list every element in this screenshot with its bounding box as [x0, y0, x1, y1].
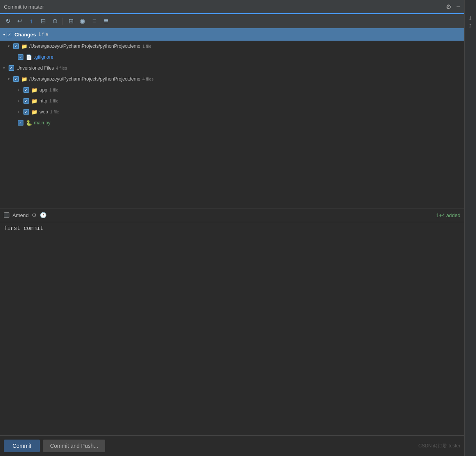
amend-settings-icon[interactable]: ⚙	[32, 212, 37, 218]
changes-path-chevron-icon: ▾	[8, 44, 12, 48]
changes-path-checkbox[interactable]	[13, 43, 19, 49]
http-folder-icon: 📁	[31, 98, 38, 104]
web-label: web	[39, 109, 48, 115]
changes-chevron-icon: ▾	[3, 32, 5, 37]
unversioned-header[interactable]: ▾ Unversioned Files 4 files	[0, 63, 464, 74]
mainpy-row[interactable]: 🐍 main.py	[0, 117, 464, 128]
commit-button[interactable]: Commit	[4, 440, 40, 452]
unversioned-label: Unversioned Files	[16, 65, 54, 71]
web-chevron-icon: ›	[18, 110, 22, 114]
mainpy-label: main.py	[34, 120, 50, 126]
amend-bar: Amend ⚙ 🕐 1+4 added	[0, 208, 464, 222]
gutter-line-1: 1	[469, 14, 471, 22]
gitignore-row[interactable]: 📄 .gitignore	[0, 52, 464, 63]
window-title: Commit to master	[4, 4, 44, 10]
app-chevron-icon: ›	[18, 88, 22, 92]
amend-label: Amend	[13, 212, 29, 218]
bottom-buttons: Commit Commit and Push...	[4, 440, 105, 452]
gitignore-checkbox[interactable]	[18, 54, 23, 60]
http-checkbox[interactable]	[23, 98, 29, 104]
changes-label: Changes	[14, 32, 36, 38]
changes-checkbox[interactable]	[7, 32, 12, 37]
app-label: app	[39, 87, 47, 93]
gitignore-label: .gitignore	[34, 54, 53, 60]
unversioned-path-chevron-icon: ▾	[8, 77, 12, 81]
settings-icon[interactable]: ⚙	[446, 3, 451, 11]
app-count: 1 file	[49, 88, 58, 92]
collapse-button[interactable]: ≣	[101, 16, 111, 26]
watermark-text: CSDN @灯塔-tester	[418, 443, 460, 449]
gitignore-file-icon: 📄	[26, 54, 32, 60]
expand-button[interactable]: ≡	[89, 16, 99, 26]
amend-clock-icon[interactable]: 🕐	[40, 212, 47, 218]
unversioned-count: 4 files	[56, 66, 67, 70]
title-bar-icons: ⚙ −	[446, 3, 460, 11]
http-count: 1 file	[49, 99, 58, 103]
amend-stats: 1+4 added	[436, 212, 460, 218]
unversioned-chevron-icon: ▾	[3, 66, 7, 70]
http-label: http	[39, 98, 47, 104]
changes-path-count: 1 file	[142, 44, 151, 48]
unversioned-checkbox[interactable]	[9, 65, 14, 71]
changes-folder-icon: 📁	[21, 43, 27, 49]
unversioned-path-row[interactable]: ▾ 📁 /Users/gaozeyu/PycharmProjects/pytho…	[0, 74, 464, 84]
changes-header[interactable]: ▾ Changes 1 file	[0, 28, 464, 41]
unversioned-folder-icon: 📁	[21, 76, 27, 82]
title-bar: Commit to master ⚙ −	[0, 0, 464, 14]
unversioned-path-checkbox[interactable]	[13, 76, 19, 82]
unversioned-path-text: /Users/gaozeyu/PycharmProjects/pythonPro…	[29, 76, 140, 82]
web-count: 1 file	[50, 110, 59, 114]
bottom-bar: Commit Commit and Push... CSDN @灯塔-teste…	[0, 435, 464, 456]
diff-button[interactable]: ⊟	[38, 16, 48, 26]
amend-left: Amend ⚙ 🕐	[4, 212, 47, 218]
commit-message-area[interactable]: first commit	[0, 222, 464, 435]
unversioned-path-count: 4 files	[142, 77, 154, 81]
mainpy-checkbox[interactable]	[18, 120, 23, 126]
group-button[interactable]: ⊞	[66, 16, 75, 26]
changes-count: 1 file	[38, 32, 48, 37]
eye-button[interactable]: ◉	[78, 16, 87, 26]
commit-push-button[interactable]: Commit and Push...	[43, 440, 105, 452]
right-gutter: 1 2	[464, 0, 476, 456]
file-tree-area: ▾ Changes 1 file ▾ 📁 /Users/gaozeyu/Pych…	[0, 28, 464, 208]
commit-message-text: first commit	[4, 225, 460, 232]
web-folder-icon: 📁	[31, 109, 38, 115]
http-chevron-icon: ›	[18, 99, 22, 103]
minimize-icon[interactable]: −	[456, 3, 460, 11]
undo-button[interactable]: ↩	[15, 16, 24, 26]
web-folder-row[interactable]: › 📁 web 1 file	[0, 106, 464, 117]
update-button[interactable]: ⊙	[50, 16, 59, 26]
app-folder-row[interactable]: › 📁 app 1 file	[0, 84, 464, 95]
refresh-button[interactable]: ↻	[3, 16, 13, 26]
gutter-line-2: 2	[469, 22, 471, 30]
app-folder-icon: 📁	[31, 87, 38, 93]
toolbar-separator	[63, 18, 63, 25]
toolbar: ↻ ↩ ↑ ⊟ ⊙ ⊞ ◉ ≡ ≣	[0, 14, 464, 28]
web-checkbox[interactable]	[23, 109, 29, 115]
mainpy-file-icon: 🐍	[26, 120, 32, 126]
app-checkbox[interactable]	[23, 87, 29, 93]
move-button[interactable]: ↑	[27, 16, 36, 26]
changes-path-row[interactable]: ▾ 📁 /Users/gaozeyu/PycharmProjects/pytho…	[0, 41, 464, 52]
http-folder-row[interactable]: › 📁 http 1 file	[0, 95, 464, 106]
changes-path-text: /Users/gaozeyu/PycharmProjects/pythonPro…	[29, 43, 140, 49]
amend-checkbox[interactable]	[4, 212, 9, 218]
